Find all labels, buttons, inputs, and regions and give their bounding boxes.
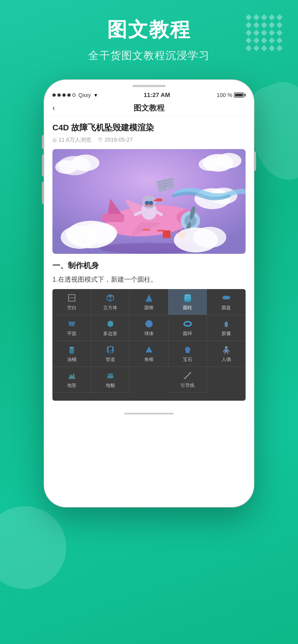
status-left: Qxxy ▾ bbox=[52, 92, 97, 98]
svg-line-81 bbox=[227, 352, 228, 354]
phone-btn-silent bbox=[42, 135, 44, 149]
tool-item-disc[interactable]: 圆盘 bbox=[207, 289, 246, 315]
signal-dot-5 bbox=[72, 93, 76, 97]
tool-item-cylinder-highlight[interactable]: 圆柱 bbox=[168, 289, 207, 315]
tool-label-cylinder: 圆柱 bbox=[183, 305, 192, 311]
eye-icon: ◎ bbox=[52, 137, 57, 143]
tool-label-torus: 圆环 bbox=[183, 330, 192, 337]
tool-figure-icon bbox=[221, 345, 231, 355]
tool-item-pyramid[interactable]: 角锥 bbox=[130, 341, 168, 367]
svg-point-3 bbox=[55, 160, 77, 174]
tool-gem-icon bbox=[183, 345, 193, 355]
tool-oil-icon bbox=[67, 345, 77, 355]
tool-guide-icon bbox=[183, 371, 193, 381]
battery-fill bbox=[235, 94, 243, 96]
tool-label-figure: 人偶 bbox=[222, 356, 231, 363]
tool-ruler-icon bbox=[67, 293, 77, 303]
svg-point-56 bbox=[145, 320, 153, 327]
back-button[interactable]: ‹ bbox=[52, 104, 55, 112]
tool-label-oil: 油桶 bbox=[67, 356, 76, 363]
svg-point-62 bbox=[70, 347, 74, 348]
article-title: C4D 故障飞机坠毁建模渲染 bbox=[52, 122, 246, 133]
tool-label-terrain: 地形 bbox=[67, 382, 76, 389]
date-meta: ⏱ 2019-05-27 bbox=[98, 137, 133, 143]
status-right: 100 % bbox=[217, 92, 246, 98]
tool-label-disc: 圆盘 bbox=[222, 305, 231, 311]
svg-rect-30 bbox=[142, 229, 151, 231]
svg-point-5 bbox=[217, 153, 241, 168]
tool-label-cube: 立方体 bbox=[103, 305, 117, 311]
nav-title: 图文教程 bbox=[134, 103, 164, 113]
tool-item-empty[interactable]: 空白 bbox=[52, 289, 91, 315]
svg-rect-11 bbox=[102, 214, 124, 222]
signal-dot-1 bbox=[52, 93, 56, 97]
tool-terrain-icon bbox=[67, 371, 77, 381]
home-indicator[interactable] bbox=[124, 413, 174, 414]
svg-point-36 bbox=[81, 223, 117, 244]
svg-point-45 bbox=[146, 300, 152, 302]
tool-item-cube[interactable]: 立方体 bbox=[91, 289, 130, 315]
wifi-icon: ▾ bbox=[94, 92, 97, 98]
phone-btn-power bbox=[254, 152, 256, 171]
svg-line-80 bbox=[225, 352, 225, 354]
page-subtitle: 全干货图文教程沉浸学习 bbox=[0, 48, 298, 63]
phone-btn-vol-down bbox=[42, 182, 44, 204]
tool-sphere-icon bbox=[144, 319, 154, 329]
tool-item-oil[interactable]: 油桶 bbox=[52, 341, 91, 367]
phone-screen: Qxxy ▾ 11:27 AM 100 % ‹ 图文教程 C4D 故障飞 bbox=[44, 80, 254, 507]
tool-item-figure[interactable]: 人偶 bbox=[207, 341, 246, 367]
tool-item-cone[interactable]: 圆锥 bbox=[130, 289, 168, 315]
tool-item-polygon[interactable]: 多边形 bbox=[91, 315, 130, 341]
tool-cone-icon bbox=[144, 293, 154, 303]
battery-icon bbox=[234, 93, 246, 98]
svg-rect-60 bbox=[225, 322, 228, 327]
svg-marker-55 bbox=[108, 320, 113, 327]
tool-item-mirror[interactable]: 地貌 bbox=[91, 367, 130, 393]
tool-capsule-icon bbox=[221, 319, 231, 329]
tool-label-mirror: 地貌 bbox=[106, 382, 115, 389]
tool-label-pyramid: 角锥 bbox=[144, 356, 154, 363]
svg-rect-29 bbox=[163, 230, 171, 238]
views-count: 11.6万人浏览 bbox=[58, 136, 91, 144]
page-title: 图文教程 bbox=[0, 17, 298, 43]
svg-point-50 bbox=[222, 296, 230, 299]
svg-marker-42 bbox=[107, 295, 114, 298]
svg-point-48 bbox=[184, 299, 191, 302]
nav-bar: ‹ 图文教程 bbox=[44, 101, 254, 115]
tool-item-tube[interactable]: 管道 bbox=[91, 341, 130, 367]
section1-title: 一、制作机身 bbox=[52, 260, 246, 271]
svg-marker-84 bbox=[107, 373, 114, 377]
header-section: 图文教程 全干货图文教程沉浸学习 bbox=[0, 17, 298, 63]
tool-label-empty: 空白 bbox=[67, 305, 76, 311]
tool-disc-icon bbox=[221, 293, 231, 303]
tool-grid: 空白 立方体 圆锥 bbox=[52, 289, 246, 401]
signal-dot-2 bbox=[57, 93, 61, 97]
tool-label-tube: 管道 bbox=[106, 356, 115, 363]
phone-btn-vol-up bbox=[42, 154, 44, 176]
tool-item-terrain[interactable]: 地形 bbox=[52, 367, 91, 393]
tool-polygon-icon bbox=[105, 319, 115, 329]
tool-item-gem[interactable]: 宝石 bbox=[168, 341, 207, 367]
svg-point-87 bbox=[190, 372, 191, 374]
svg-rect-77 bbox=[225, 349, 228, 352]
tool-item-plane[interactable]: 平面 bbox=[52, 315, 91, 341]
tool-tube-icon bbox=[105, 345, 115, 355]
tool-torus-icon bbox=[183, 319, 193, 329]
phone-notch bbox=[132, 85, 166, 87]
carrier-label: Qxxy bbox=[78, 92, 91, 98]
signal-dot-3 bbox=[62, 93, 66, 97]
svg-point-38 bbox=[193, 227, 226, 248]
svg-marker-72 bbox=[185, 346, 190, 353]
views-meta: ◎ 11.6万人浏览 bbox=[52, 136, 91, 144]
tool-label-guide: 引导线 bbox=[180, 382, 195, 389]
tool-item-guide[interactable]: 引导线 bbox=[168, 367, 207, 393]
tool-item-capsule[interactable]: 胶囊 bbox=[207, 315, 246, 341]
clock-icon: ⏱ bbox=[98, 137, 103, 143]
article-hero-image bbox=[52, 149, 246, 254]
battery-percent: 100 % bbox=[217, 92, 232, 98]
svg-point-76 bbox=[225, 346, 228, 349]
tool-item-torus[interactable]: 圆环 bbox=[168, 315, 207, 341]
article-date: 2019-05-27 bbox=[105, 137, 133, 143]
svg-rect-32 bbox=[157, 230, 165, 231]
tool-item-sphere[interactable]: 球体 bbox=[130, 315, 168, 341]
